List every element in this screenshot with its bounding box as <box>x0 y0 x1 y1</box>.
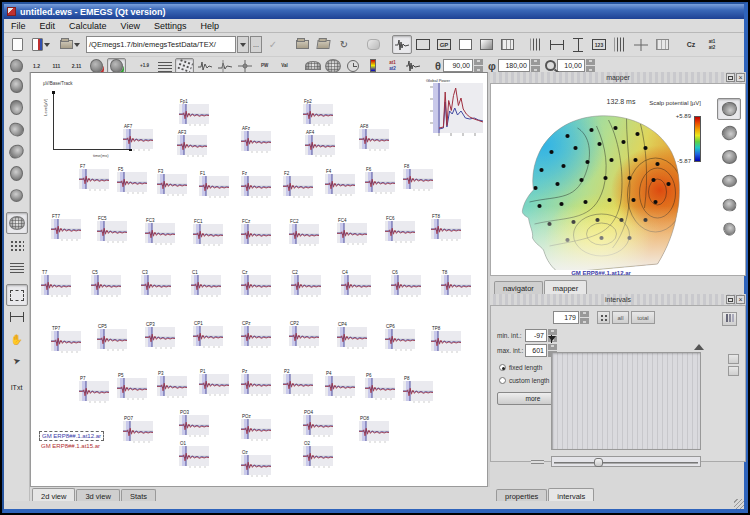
map-view-front-button[interactable] <box>717 194 741 216</box>
strip-zoom-in-button[interactable] <box>728 354 739 364</box>
butterfly-view-button[interactable] <box>392 35 412 54</box>
dataset-label-2[interactable]: GM ERP8##.1.at15.ar <box>39 442 104 450</box>
pointer-tool-button[interactable]: ➤ <box>6 350 28 372</box>
insert-text-button[interactable]: ITxt <box>6 376 28 398</box>
map-view-top-button[interactable] <box>717 146 741 168</box>
channel-plot-f1[interactable]: F1 <box>199 172 229 199</box>
marker-left-button[interactable] <box>526 35 546 54</box>
head-view-back-button[interactable] <box>6 96 28 118</box>
map-grid-button[interactable] <box>497 35 517 54</box>
intervals-dock-titlebar[interactable]: intervals × <box>490 294 746 305</box>
menu-item-help[interactable]: Help <box>193 19 226 32</box>
channel-plot-fc1[interactable]: FC1 <box>193 220 223 247</box>
head-view-right-button[interactable] <box>6 140 28 162</box>
numbering-button[interactable]: 123 <box>589 35 609 54</box>
channel-plot-pz[interactable]: Pz <box>241 370 271 397</box>
channel-plot-f2[interactable]: F2 <box>283 172 313 199</box>
channel-plot-oz[interactable]: Oz <box>241 451 271 478</box>
channel-plot-cp3[interactable]: CP3 <box>145 323 175 350</box>
channel-plot-c5[interactable]: C5 <box>91 271 121 298</box>
channel-plot-f5[interactable]: F5 <box>117 168 147 195</box>
menu-item-settings[interactable]: Settings <box>147 19 194 32</box>
theta-spinbox[interactable]: 90,00 <box>443 59 483 72</box>
channel-plot-af3[interactable]: AF3 <box>177 131 207 158</box>
channel-plot-o2[interactable]: O2 <box>303 442 333 469</box>
channel-plot-fp1[interactable]: Fp1 <box>179 100 209 127</box>
tab-mapper[interactable]: mapper <box>544 280 587 295</box>
head-view-top-button[interactable] <box>6 162 28 184</box>
channel-plot-f7[interactable]: F7 <box>79 165 109 192</box>
intervals-float-button[interactable] <box>726 295 735 304</box>
channel-grid[interactable]: µV/Base/Track Level[µV] time(ms) Global … <box>30 72 488 487</box>
menu-item-view[interactable]: View <box>114 19 147 32</box>
map-view-back-button[interactable] <box>717 98 741 120</box>
global-power-plot[interactable]: Global Power <box>425 79 485 139</box>
channel-plot-po8[interactable]: PO8 <box>359 417 389 444</box>
channel-plot-p5[interactable]: P5 <box>117 374 147 401</box>
intervals-close-button[interactable]: × <box>736 295 745 304</box>
measure-tool-button[interactable] <box>6 306 28 328</box>
channel-plot-cz[interactable]: Cz <box>241 271 271 298</box>
path-combobox[interactable]: /QEmegs1.7/bin/emegsTestData/TEX/ <box>86 36 236 53</box>
phi-steppers[interactable] <box>531 59 540 72</box>
map-view-back2-button[interactable] <box>717 122 741 144</box>
channel-plot-po7[interactable]: PO7 <box>123 417 153 444</box>
apply-button[interactable]: ✓ <box>263 35 283 54</box>
channel-plot-f8[interactable]: F8 <box>403 165 433 192</box>
strip-resize-handle[interactable] <box>531 459 544 464</box>
range-start-marker[interactable] <box>548 336 556 341</box>
map-view-side-button[interactable] <box>717 218 741 240</box>
title-bar[interactable]: untitled.ews - EMEGS (Qt version) <box>4 4 744 19</box>
new-file-button[interactable] <box>7 35 27 54</box>
channel-plot-cp4[interactable]: CP4 <box>337 323 367 350</box>
channel-plot-po4[interactable]: PO4 <box>303 411 333 438</box>
channel-plot-af4[interactable]: AF4 <box>305 131 335 158</box>
save-button[interactable] <box>28 35 54 54</box>
channel-plot-c6[interactable]: C6 <box>391 271 421 298</box>
mapper-float-button[interactable] <box>726 73 735 82</box>
menu-item-edit[interactable]: Edit <box>33 19 63 32</box>
channel-plot-f6[interactable]: F6 <box>365 168 395 195</box>
channel-plot-p2[interactable]: P2 <box>283 370 313 397</box>
interval-scroll-slider[interactable] <box>551 456 701 467</box>
channel-plot-p6[interactable]: P6 <box>365 374 395 401</box>
channel-plot-p3[interactable]: P3 <box>157 372 187 399</box>
marker-vertical-button[interactable] <box>568 35 588 54</box>
channel-list-button[interactable] <box>6 256 28 278</box>
channel-plot-cp6[interactable]: CP6 <box>385 325 415 352</box>
interval-count-steppers[interactable] <box>580 311 589 324</box>
mapper-dock-titlebar[interactable]: mapper × <box>490 72 746 83</box>
tab-navigator[interactable]: navigator <box>494 281 543 295</box>
channel-plot-fcz[interactable]: FCz <box>241 220 271 247</box>
channel-plot-fc3[interactable]: FC3 <box>145 219 175 246</box>
select-rect-tool-button[interactable] <box>6 284 28 306</box>
reload-button[interactable]: ↻ <box>334 35 354 54</box>
export-button[interactable] <box>363 35 383 54</box>
channel-plot-p8[interactable]: P8 <box>403 377 433 404</box>
channel-plot-cp2[interactable]: CP2 <box>289 322 319 349</box>
all-intervals-button[interactable]: all <box>612 311 629 324</box>
channel-plot-tp8[interactable]: TP8 <box>431 327 461 354</box>
channel-plot-c1[interactable]: C1 <box>191 271 221 298</box>
pan-tool-button[interactable]: ✋ <box>6 328 28 350</box>
channel-plot-t8[interactable]: T8 <box>441 271 471 298</box>
fixed-length-radio[interactable]: fixed length <box>499 364 542 371</box>
channel-plot-po3[interactable]: PO3 <box>179 411 209 438</box>
channel-plot-cp5[interactable]: CP5 <box>97 325 127 352</box>
channel-plot-p7[interactable]: P7 <box>79 377 109 404</box>
channel-plot-tp7[interactable]: TP7 <box>51 327 81 354</box>
theta-steppers[interactable] <box>474 59 483 72</box>
channel-plot-poz[interactable]: POz <box>241 415 271 442</box>
map-shaded-button[interactable] <box>476 35 496 54</box>
open-folder-button[interactable] <box>313 35 333 54</box>
channel-plot-af7[interactable]: AF7 <box>123 125 153 152</box>
channel-plot-p1[interactable]: P1 <box>199 370 229 397</box>
open-viewer-button[interactable] <box>55 35 85 54</box>
channel-plot-t7[interactable]: T7 <box>41 271 71 298</box>
channel-plot-cp1[interactable]: CP1 <box>193 322 223 349</box>
slider-handle[interactable] <box>594 458 603 467</box>
channel-plot-fc6[interactable]: FC6 <box>385 217 415 244</box>
channel-plot-fc4[interactable]: FC4 <box>337 219 367 246</box>
phi-spinbox[interactable]: 180,00 <box>498 59 540 72</box>
region-select-button[interactable] <box>413 35 433 54</box>
